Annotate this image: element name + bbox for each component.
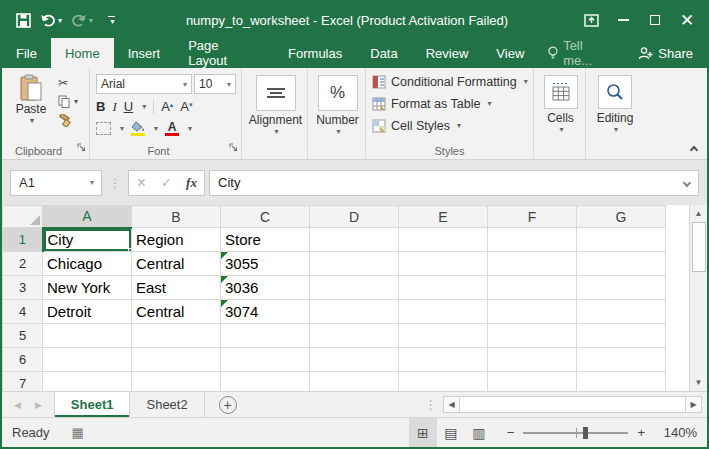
cell-C7[interactable] bbox=[221, 372, 310, 392]
cell-F1[interactable] bbox=[488, 228, 577, 252]
ribbon-display-options-button[interactable] bbox=[575, 6, 607, 34]
vertical-scrollbar-thumb[interactable] bbox=[692, 222, 706, 272]
tell-me-box[interactable]: Tell me... bbox=[538, 38, 624, 68]
cell-F3[interactable] bbox=[488, 276, 577, 300]
fill-handle[interactable] bbox=[128, 248, 132, 252]
customize-qat-button[interactable]: ▾ bbox=[104, 8, 119, 32]
page-layout-view-button[interactable]: ▤ bbox=[437, 418, 465, 447]
insert-function-button[interactable]: fx bbox=[179, 175, 204, 191]
cell-G1[interactable] bbox=[577, 228, 666, 252]
scroll-left-button[interactable]: ◀ bbox=[443, 396, 460, 413]
cell-styles-button[interactable]: Cell Styles ▾ bbox=[372, 115, 529, 136]
editing-menu-button[interactable]: Editing ▾ bbox=[590, 72, 641, 143]
fill-color-dropdown-arrow[interactable]: ▾ bbox=[154, 124, 158, 133]
cell-B2[interactable]: Central bbox=[132, 252, 221, 276]
tab-formulas[interactable]: Formulas bbox=[274, 38, 356, 68]
cell-C4[interactable]: 3074 bbox=[221, 300, 310, 324]
column-header-D[interactable]: D bbox=[310, 206, 399, 228]
row-header-5[interactable]: 5 bbox=[3, 324, 43, 348]
new-sheet-button[interactable]: + bbox=[219, 396, 237, 414]
cell-G3[interactable] bbox=[577, 276, 666, 300]
font-name-select[interactable]: Arial ▾ bbox=[96, 74, 192, 94]
cell-G4[interactable] bbox=[577, 300, 666, 324]
cell-C3[interactable]: 3036 bbox=[221, 276, 310, 300]
cell-C5[interactable] bbox=[221, 324, 310, 348]
cell-A4[interactable]: Detroit bbox=[43, 300, 132, 324]
undo-button[interactable]: ▾ bbox=[36, 8, 66, 32]
name-box[interactable]: A1 ▾ bbox=[10, 170, 102, 196]
macro-record-icon[interactable]: ▦ bbox=[72, 425, 84, 440]
cut-button[interactable]: ✂ bbox=[58, 75, 78, 90]
cell-G7[interactable] bbox=[577, 372, 666, 392]
paste-button[interactable]: Paste ▾ bbox=[8, 72, 54, 143]
row-header-3[interactable]: 3 bbox=[3, 276, 43, 300]
redo-button[interactable]: ▾ bbox=[67, 8, 97, 32]
font-color-dropdown-arrow[interactable]: ▾ bbox=[188, 124, 192, 133]
tab-review[interactable]: Review bbox=[412, 38, 483, 68]
maximize-button[interactable] bbox=[639, 6, 671, 34]
cell-E3[interactable] bbox=[399, 276, 488, 300]
font-color-button[interactable]: A bbox=[165, 122, 179, 136]
number-menu-button[interactable]: % Number ▾ bbox=[309, 72, 366, 143]
conditional-formatting-button[interactable]: Conditional Formatting ▾ bbox=[372, 71, 529, 92]
cell-E4[interactable] bbox=[399, 300, 488, 324]
cell-E5[interactable] bbox=[399, 324, 488, 348]
page-break-preview-button[interactable]: ▥ bbox=[465, 418, 493, 447]
borders-dropdown-arrow[interactable]: ▾ bbox=[120, 124, 124, 133]
underline-button[interactable]: U bbox=[124, 99, 133, 114]
row-header-6[interactable]: 6 bbox=[3, 348, 43, 372]
increase-font-size-button[interactable]: A▴ bbox=[161, 99, 173, 114]
zoom-slider-thumb[interactable] bbox=[583, 427, 588, 439]
cell-E2[interactable] bbox=[399, 252, 488, 276]
cell-D1[interactable] bbox=[310, 228, 399, 252]
cell-A1[interactable]: City bbox=[43, 228, 132, 252]
column-header-B[interactable]: B bbox=[132, 206, 221, 228]
tab-file[interactable]: File bbox=[2, 38, 51, 68]
column-header-G[interactable]: G bbox=[577, 206, 666, 228]
format-as-table-button[interactable]: Format as Table ▾ bbox=[372, 93, 529, 114]
expand-formula-bar-button[interactable] bbox=[683, 178, 691, 186]
vertical-scrollbar[interactable]: ▲ ▼ bbox=[689, 205, 707, 391]
tab-home[interactable]: Home bbox=[51, 38, 114, 68]
cell-C1[interactable]: Store bbox=[221, 228, 310, 252]
column-header-A[interactable]: A bbox=[43, 206, 132, 228]
cell-B5[interactable] bbox=[132, 324, 221, 348]
copy-button[interactable]: ▾ bbox=[58, 94, 78, 109]
zoom-out-button[interactable]: − bbox=[507, 425, 515, 440]
cell-D3[interactable] bbox=[310, 276, 399, 300]
cell-A7[interactable] bbox=[43, 372, 132, 392]
cell-F5[interactable] bbox=[488, 324, 577, 348]
font-size-select[interactable]: 10 ▾ bbox=[194, 74, 236, 94]
bold-button[interactable]: B bbox=[96, 99, 105, 114]
scroll-down-button[interactable]: ▼ bbox=[690, 374, 707, 391]
next-sheet-button[interactable]: ▶ bbox=[35, 400, 42, 410]
format-painter-button[interactable] bbox=[58, 113, 78, 128]
collapse-ribbon-button[interactable] bbox=[690, 146, 698, 154]
cell-A3[interactable]: New York bbox=[43, 276, 132, 300]
tab-view[interactable]: View bbox=[482, 38, 538, 68]
name-box-dropdown-arrow[interactable]: ▾ bbox=[83, 178, 101, 187]
column-header-E[interactable]: E bbox=[399, 206, 488, 228]
scroll-right-button[interactable]: ▶ bbox=[685, 396, 702, 413]
redo-dropdown-arrow[interactable]: ▾ bbox=[89, 16, 93, 25]
cell-B1[interactable]: Region bbox=[132, 228, 221, 252]
save-button[interactable] bbox=[12, 8, 35, 32]
cells-menu-button[interactable]: Cells ▾ bbox=[537, 72, 585, 143]
formula-input[interactable]: City bbox=[209, 170, 699, 196]
font-dialog-launcher[interactable] bbox=[229, 138, 238, 156]
zoom-in-button[interactable]: + bbox=[637, 425, 645, 440]
cell-F2[interactable] bbox=[488, 252, 577, 276]
cell-B7[interactable] bbox=[132, 372, 221, 392]
cell-C6[interactable] bbox=[221, 348, 310, 372]
row-header-2[interactable]: 2 bbox=[3, 252, 43, 276]
cell-D6[interactable] bbox=[310, 348, 399, 372]
row-header-7[interactable]: 7 bbox=[3, 372, 43, 392]
tab-page-layout[interactable]: Page Layout bbox=[174, 38, 274, 68]
fill-color-button[interactable] bbox=[131, 121, 145, 136]
zoom-level[interactable]: 140% bbox=[657, 425, 697, 440]
column-header-C[interactable]: C bbox=[221, 206, 310, 228]
horizontal-scrollbar[interactable]: ◀ ▶ bbox=[443, 392, 702, 417]
tab-data[interactable]: Data bbox=[356, 38, 411, 68]
tab-insert[interactable]: Insert bbox=[114, 38, 175, 68]
cell-D4[interactable] bbox=[310, 300, 399, 324]
